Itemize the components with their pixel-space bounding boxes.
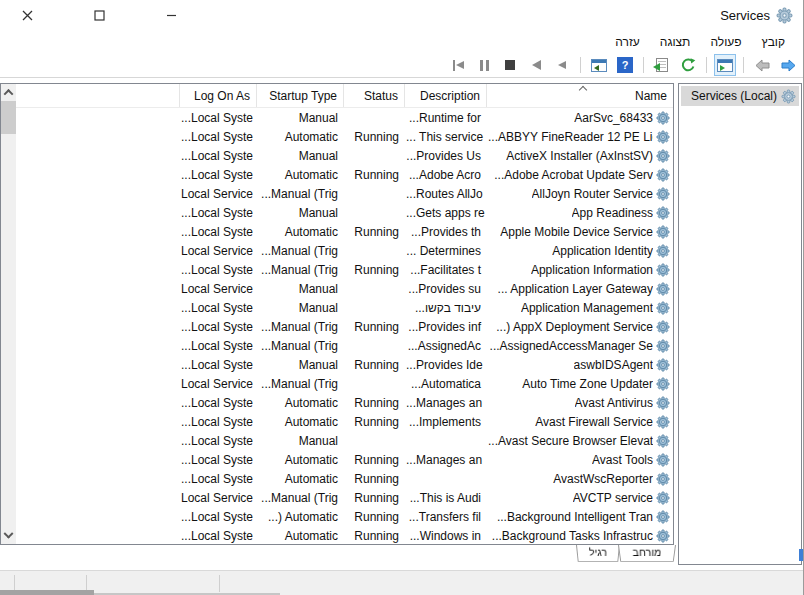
table-row[interactable]: ...Local Syste Manual Running ...Provide… [16, 355, 673, 374]
show-hide-action-pane-icon[interactable] [588, 54, 610, 76]
cell-logon: ...Local Syste [179, 415, 256, 429]
table-row[interactable]: ...Local Syste Manual ...Provides Us Act… [16, 146, 673, 165]
cell-logon: Local Service [179, 282, 256, 296]
restart-service-icon[interactable] [447, 54, 469, 76]
cell-logon: ...Local Syste [179, 263, 256, 277]
service-gear-icon [656, 187, 670, 201]
cell-name: Apple Mobile Device Service [486, 225, 673, 239]
play-icon[interactable] [551, 54, 573, 76]
menu-action[interactable]: פעולה [700, 33, 751, 51]
back-icon[interactable] [777, 54, 799, 76]
cell-description: ...Runtime for [404, 111, 486, 125]
vertical-scrollbar[interactable] [1, 84, 16, 544]
cell-startup-type: Automatic [256, 472, 343, 486]
cell-status: Running [343, 510, 404, 524]
cell-name: Application Management [486, 301, 673, 315]
table-row[interactable]: ...Local Syste Automatic Running ...Impl… [16, 412, 673, 431]
cell-logon: ...Local Syste [179, 453, 256, 467]
tree-item-services-local[interactable]: Services (Local) [681, 86, 799, 106]
menu-file[interactable]: קובץ [752, 33, 795, 51]
table-row[interactable]: Local Service Manual ...Provides su ... … [16, 279, 673, 298]
cell-logon: ...Local Syste [179, 434, 256, 448]
services-gear-icon [781, 89, 796, 104]
stop-service-icon[interactable] [499, 54, 521, 76]
cell-description: ... Determines [404, 244, 486, 258]
table-row[interactable]: ...Local Syste Automatic Running AvastWs… [16, 469, 673, 488]
tab-standard[interactable]: רגיל [576, 545, 620, 562]
cell-description: ...Provides su [404, 282, 486, 296]
table-row[interactable]: ...Local Syste Manual ...Runtime for Aar… [16, 108, 673, 127]
cell-description: ... This service [404, 130, 486, 144]
table-row[interactable]: Local Service ...Manual (Trig ...Automat… [16, 374, 673, 393]
table-row[interactable]: Local Service ...Manual (Trig ...Routes … [16, 184, 673, 203]
table-row[interactable]: ...Local Syste Automatic Running ...Adob… [16, 165, 673, 184]
cell-startup-type: Manual [256, 358, 343, 372]
cell-logon: ...Local Syste [179, 130, 256, 144]
table-row[interactable]: ...Local Syste Manual ...Gets apps re Ap… [16, 203, 673, 222]
cell-logon: Local Service [179, 187, 256, 201]
cell-status: Running [343, 415, 404, 429]
close-icon[interactable] [14, 4, 40, 26]
menu-view[interactable]: תצוגה [650, 33, 701, 51]
cell-logon: ...Local Syste [179, 168, 256, 182]
tab-extended[interactable]: מורחב [618, 545, 676, 562]
pause-service-icon[interactable] [473, 54, 495, 76]
scrollbar-thumb[interactable] [1, 101, 16, 134]
column-header-description[interactable]: Description [404, 84, 486, 107]
refresh-icon[interactable] [677, 54, 699, 76]
service-gear-icon [656, 149, 670, 163]
cell-name: ... Application Layer Gateway [486, 282, 673, 296]
column-header-logon[interactable]: Log On As [179, 84, 256, 107]
menu-help[interactable]: עזרה [605, 33, 650, 51]
title-bar: Services [0, 0, 803, 30]
table-row[interactable]: ...Local Syste ...) Automatic Running ..… [16, 507, 673, 526]
cell-startup-type: Automatic [256, 529, 343, 543]
table-row[interactable]: ...Local Syste ...Manual (Trig Running .… [16, 260, 673, 279]
help-icon[interactable]: ? [614, 54, 636, 76]
table-row[interactable]: ...Local Syste Automatic Running ...Wind… [16, 526, 673, 544]
column-header-status[interactable]: Status [343, 84, 404, 107]
column-header-name[interactable]: Name [486, 84, 673, 107]
table-row[interactable]: Local Service ...Manual (Trig ... Determ… [16, 241, 673, 260]
table-row[interactable]: Local Service ...Manual (Trig Running ..… [16, 488, 673, 507]
cell-status: Running [343, 225, 404, 239]
maximize-icon[interactable] [86, 4, 112, 26]
table-row[interactable]: ...Local Syste Automatic Running ...Prov… [16, 222, 673, 241]
cell-startup-type: ...Manual (Trig [256, 263, 343, 277]
table-row[interactable]: ...Local Syste Manual עיבוד בקשו... Appl… [16, 298, 673, 317]
start-service-icon[interactable] [525, 54, 547, 76]
window-shadow [0, 590, 94, 595]
cell-description: ...Manages an [404, 396, 486, 410]
service-gear-icon [656, 472, 670, 486]
table-row[interactable]: ...Local Syste Manual ...Avast Secure Br… [16, 431, 673, 450]
scroll-up-icon[interactable] [1, 84, 16, 100]
scroll-down-icon[interactable] [1, 528, 16, 544]
cell-logon: ...Local Syste [179, 358, 256, 372]
table-row[interactable]: ...Local Syste Automatic Running ... Thi… [16, 127, 673, 146]
cell-startup-type: Manual [256, 434, 343, 448]
cell-description: ...Provides th [404, 225, 486, 239]
table-row[interactable]: ...Local Syste Automatic Running ...Mana… [16, 393, 673, 412]
forward-icon[interactable] [751, 54, 773, 76]
cell-name: Avast Tools [486, 453, 673, 467]
show-hide-console-tree-icon[interactable] [714, 54, 736, 76]
toolbar-separator [580, 57, 581, 73]
cell-name: ...Background Intelligent Tran [486, 510, 673, 524]
cell-startup-type: ...Manual (Trig [256, 491, 343, 505]
service-gear-icon [656, 434, 670, 448]
table-row[interactable]: ...Local Syste ...Manual (Trig Running .… [16, 317, 673, 336]
cell-name: AarSvc_68433 [486, 111, 673, 125]
cell-logon: ...Local Syste [179, 396, 256, 410]
service-gear-icon [656, 358, 670, 372]
column-header-startup-type[interactable]: Startup Type [256, 84, 343, 107]
cell-description: ...Implements [404, 415, 486, 429]
minimize-icon[interactable] [158, 4, 184, 26]
column-spacer [16, 84, 179, 107]
table-row[interactable]: ...Local Syste ...Manual (Trig ...Assign… [16, 336, 673, 355]
cell-logon: Local Service [179, 491, 256, 505]
service-gear-icon [656, 377, 670, 391]
cell-description: ...AssignedAc [404, 339, 486, 353]
export-list-icon[interactable] [651, 54, 673, 76]
table-row[interactable]: ...Local Syste Automatic Running ...Mana… [16, 450, 673, 469]
service-gear-icon [656, 396, 670, 410]
